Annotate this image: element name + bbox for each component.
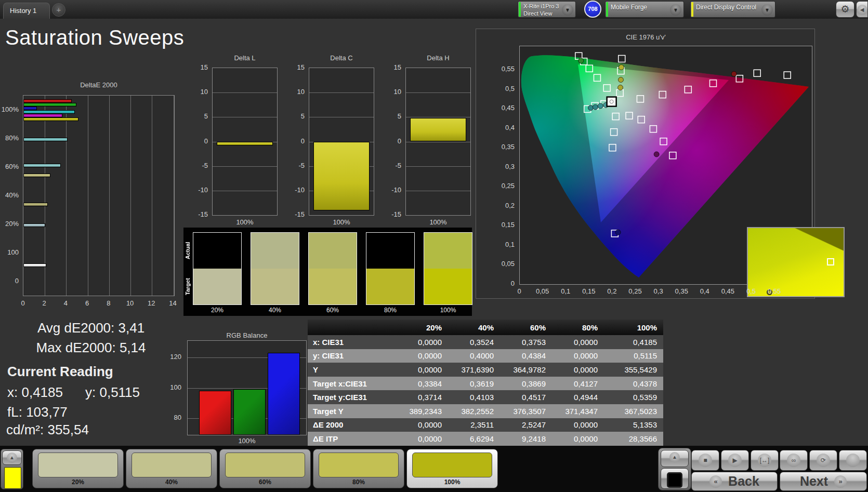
chevron-down-icon[interactable]: ▼ [562,4,573,16]
measured-dot-marker [588,105,593,111]
measurement-table: 20%40%60%80%100%x: CIE310,00000,35240,37… [308,320,663,446]
sequence-panel: ▲ [658,448,691,490]
y-tick-label: 0,15 [497,221,515,229]
continuous-button[interactable]: ∞ [780,450,808,471]
delta_h-y-axis: 151050-5-10-15 [387,68,403,216]
value-cell: 28,3566 [604,434,663,443]
swatch-label: 20% [193,307,242,314]
y-tick-label: 80 [164,414,181,421]
delta_h-chart [405,68,471,216]
gridline [406,92,470,93]
deltae-bar [23,223,45,227]
swatch-label: 40% [251,307,299,314]
actual-swatch [251,233,299,269]
patch-panel-expand-button[interactable]: ▲ [2,450,22,465]
back-label: Back [728,474,759,489]
y-tick-label: 0 [0,277,19,285]
red-bar [199,391,231,435]
gridline [88,96,88,296]
add-tab-button[interactable]: + [52,3,65,17]
patch-button-40%[interactable]: 40% [126,449,217,488]
sequence-expand-button[interactable]: ▲ [661,450,689,467]
gridline [213,191,277,191]
value-cell: 0,3524 [448,338,500,347]
patch-button-20%[interactable]: 20% [32,449,124,488]
x-tick-label: 0,3 [649,287,668,295]
pattern-window-button[interactable] [661,468,689,489]
y-tick-label: 20% [0,220,19,228]
deltae-bar [23,203,48,206]
pattern-window-icon [667,472,682,488]
step-button[interactable]: [↔] [751,450,779,471]
patch-button-60%[interactable]: 60% [219,449,311,488]
display-control-dropdown[interactable]: Direct Display Control ▼ [690,1,775,18]
patch-label: 100% [407,478,497,486]
stop-button[interactable]: ■ [691,450,719,471]
deltae2000-chart [23,95,175,296]
cie-y-axis: 0,550,50,450,40,350,30,250,20,150,10,050 [497,46,517,284]
column-header: 40% [448,323,500,332]
workflow-status-stripe [691,2,693,17]
y-tick-label: -15 [193,210,208,218]
value-cell: 0,4103 [448,393,500,402]
meter-dropdown[interactable]: X-Rite i1Pro 3 Direct View ▼ [518,1,576,18]
y-tick-label: 0 [387,137,401,145]
row-label: Target x:CIE31 [308,379,396,388]
blank-button[interactable] [839,450,867,471]
chevron-down-icon[interactable]: ▼ [761,4,773,16]
play-icon: ▶ [728,454,742,467]
patch-button-80%[interactable]: 80% [313,449,404,488]
delta_l-y-axis: 151050-5-10-15 [193,68,210,216]
target-square-marker [784,72,791,78]
stop-icon: ■ [699,454,712,467]
y-tick-label: -5 [290,162,305,169]
value-cell: 382,2552 [448,407,500,416]
delta_c-chart [309,68,374,216]
current-measured-dot [610,100,613,103]
delta_h-x-label: 100% [405,218,471,226]
actual-target-swatches: Actual Target 20%40%60%80%100% [183,228,472,316]
gridline [213,92,277,93]
collapse-panel-button[interactable]: ◀ [856,1,868,18]
gridline [66,96,67,296]
chevron-down-icon[interactable]: ▼ [670,4,681,16]
green-bar [233,389,266,435]
continuous-icon: ∞ [787,454,800,467]
pattern-source-dropdown[interactable]: Mobile Forge ▼ [605,1,684,18]
value-cell: 0,0000 [552,434,604,443]
gear-icon[interactable]: ⚙ [836,1,854,18]
next-button[interactable]: Next » [780,472,867,491]
target-square-marker [754,70,760,76]
value-cell: 0,0000 [552,351,604,360]
swatch-column [424,232,472,305]
column-header: 80% [552,323,604,332]
y-tick-label: 0,35 [497,143,515,151]
row-label: Target y:CIE31 [308,393,396,402]
rgb-balance-title: RGB Balance [187,331,307,339]
loop-button[interactable]: ⟳ [809,450,837,471]
row-label: y: CIE31 [308,351,396,360]
y-tick-label: 0,55 [497,65,515,73]
x-tick-label: 0,25 [626,287,645,295]
actual-row-label: Actual [185,232,192,269]
inset-gamut-edge [748,228,844,276]
play-button[interactable]: ▶ [721,450,749,471]
delta_c-x-label: 100% [309,218,374,226]
back-button[interactable]: « Back [691,472,778,491]
x-tick-label: 0,45 [718,287,737,295]
display-control-label: Direct Display Control [696,4,756,11]
patch-button-100%[interactable]: 100% [406,449,498,488]
measured-dot-marker [598,103,603,109]
value-cell: 0,4384 [500,351,552,360]
rgb-balance-y-axis: 12010080 [164,340,185,435]
value-cell: 2,3511 [448,420,500,429]
y-tick-label: 0,5 [497,85,515,92]
measured-dot-marker [578,58,584,63]
inset-target-square [827,258,834,265]
row-label: Y [308,365,396,374]
delta_c-title: Delta C [309,54,374,62]
y-tick-label: 80% [0,134,19,142]
table-row: ΔE 20000,00002,35112,52470,00005,1353 [308,418,663,432]
tab-history-1[interactable]: History 1 [3,3,50,19]
measured-dot-marker [618,85,623,90]
